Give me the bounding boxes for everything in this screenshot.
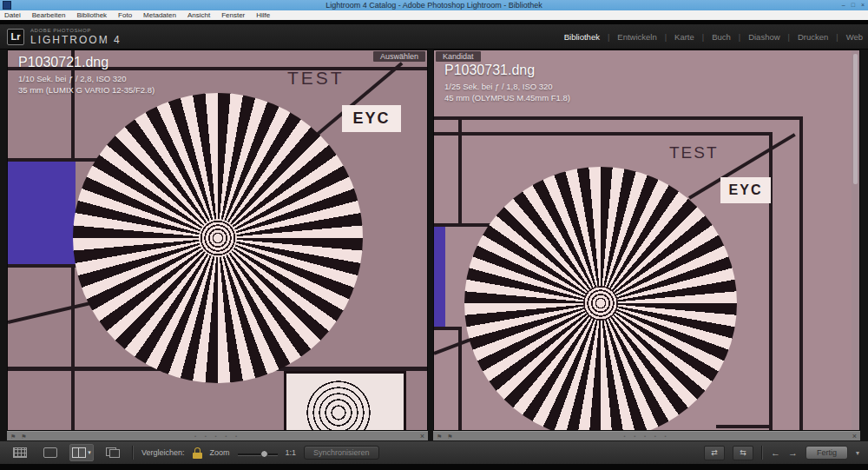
chart-test-label: TEST bbox=[287, 68, 345, 89]
sync-button[interactable]: Synchronisieren bbox=[304, 446, 379, 460]
menu-metadaten[interactable]: Metadaten bbox=[143, 11, 176, 19]
chart-eyc-label: EYC bbox=[342, 105, 401, 132]
siemens-star-center bbox=[199, 219, 237, 257]
promote-icon: ⇆ bbox=[740, 448, 746, 457]
module-diashow[interactable]: Diashow bbox=[748, 32, 779, 42]
chart-rings-box bbox=[284, 371, 406, 431]
module-buch[interactable]: Buch bbox=[712, 32, 731, 42]
survey-view-icon bbox=[106, 447, 120, 458]
deselect-icon[interactable]: × bbox=[852, 433, 857, 440]
logo-lightroom-4: LIGHTROOM 4 bbox=[30, 34, 122, 46]
titlebar: Lightroom 4 Catalog - Adobe Photoshop Li… bbox=[0, 0, 868, 10]
loupe-view-icon bbox=[43, 447, 57, 458]
toolbar: ▾ Vergleichen: Zoom 1:1 Synchronisieren … bbox=[0, 440, 868, 464]
logo-adobe-photoshop: ADOBE PHOTOSHOP bbox=[30, 28, 122, 33]
module-bibliothek[interactable]: Bibliothek bbox=[564, 32, 600, 42]
lock-icon[interactable] bbox=[193, 447, 202, 459]
swap-select-candidate-button[interactable]: ⇄ bbox=[704, 446, 725, 460]
select-tag: Auswählen bbox=[373, 51, 425, 62]
candidate-photo[interactable]: TEST EYC Kandidat P1030731.dng 1/25 Sek.… bbox=[433, 50, 860, 431]
module-separator: | bbox=[608, 33, 609, 42]
chart-eyc-label: EYC bbox=[720, 177, 771, 203]
siemens-star-center bbox=[583, 286, 618, 321]
chart-concentric-rings bbox=[306, 381, 371, 431]
minimize-button[interactable]: – bbox=[842, 0, 845, 10]
chart-grid-line bbox=[434, 132, 773, 136]
zoom-slider[interactable] bbox=[238, 449, 278, 456]
previous-photo-button[interactable]: ← bbox=[771, 447, 780, 458]
chart-grid-line bbox=[8, 264, 79, 268]
chart-grid-line bbox=[799, 116, 803, 431]
menu-bibliothek[interactable]: Bibliothek bbox=[76, 11, 107, 19]
lightroom-window: Lightroom 4 Catalog - Adobe Photoshop Li… bbox=[0, 0, 868, 470]
close-button[interactable]: × bbox=[861, 0, 865, 10]
module-separator: | bbox=[836, 33, 838, 42]
menu-hilfe[interactable]: Hilfe bbox=[256, 11, 270, 19]
chart-blue-patch bbox=[8, 162, 76, 264]
rating-dots[interactable]: • • • • • bbox=[433, 433, 860, 440]
chart-blue-patch bbox=[434, 227, 445, 327]
make-select-button[interactable]: ⇆ bbox=[733, 446, 753, 460]
candidate-tag: Kandidat bbox=[436, 51, 481, 62]
window-title: Lightroom 4 Catalog - Adobe Photoshop Li… bbox=[0, 0, 868, 10]
candidate-lens: 45 mm (OLYMPUS M.45mm F1.8) bbox=[444, 93, 570, 103]
toolbar-options-chevron[interactable]: ▾ bbox=[856, 449, 859, 457]
compare-label: Vergleichen: bbox=[141, 448, 185, 457]
window-bottom-edge bbox=[0, 464, 868, 470]
zoom-value: 1:1 bbox=[286, 448, 297, 457]
vertical-scrollbar[interactable] bbox=[852, 50, 859, 430]
select-exposure: 1/10 Sek. bei ƒ / 2,8, ISO 320 bbox=[18, 74, 127, 83]
candidate-rating-strip: ⚑ ⚑ • • • • • × bbox=[433, 431, 860, 440]
chevron-down-icon: ▾ bbox=[88, 449, 91, 456]
menu-fenster[interactable]: Fenster bbox=[221, 11, 245, 19]
menu-datei[interactable]: Datei bbox=[4, 11, 21, 19]
candidate-panel: TEST EYC Kandidat P1030731.dng 1/25 Sek.… bbox=[433, 50, 860, 440]
survey-view-button[interactable] bbox=[102, 445, 124, 460]
compare-view: TEST EYC Auswählen P1030721.dng 1/10 Sek… bbox=[0, 50, 868, 440]
toolbar-separator bbox=[761, 446, 763, 460]
candidate-filename: P1030731.dng bbox=[444, 63, 535, 78]
module-separator: | bbox=[788, 33, 790, 42]
select-lens: 35 mm (LUMIX G VARIO 12-35/F2.8) bbox=[18, 85, 155, 95]
module-picker: Bibliothek | Entwickeln | Karte | Buch |… bbox=[564, 24, 863, 50]
select-rating-strip: ⚑ ⚑ • • • • • × bbox=[7, 431, 428, 440]
module-separator: | bbox=[739, 33, 740, 42]
scrollbar-thumb[interactable] bbox=[853, 54, 858, 184]
lr-logo-icon: Lr bbox=[7, 29, 24, 45]
menu-ansicht[interactable]: Ansicht bbox=[187, 11, 210, 19]
maximize-button[interactable]: □ bbox=[852, 0, 855, 10]
module-separator: | bbox=[702, 33, 704, 42]
chart-grid-line bbox=[716, 425, 771, 428]
select-filename: P1030721.dng bbox=[18, 55, 108, 70]
menu-bearbeiten[interactable]: Bearbeiten bbox=[32, 11, 66, 19]
compare-view-icon bbox=[72, 447, 86, 458]
menubar: Datei Bearbeiten Bibliothek Foto Metadat… bbox=[0, 10, 868, 20]
select-panel: TEST EYC Auswählen P1030721.dng 1/10 Sek… bbox=[7, 50, 428, 440]
candidate-exposure: 1/25 Sek. bei ƒ / 1,8, ISO 320 bbox=[444, 82, 553, 91]
module-separator: | bbox=[665, 33, 667, 42]
zoom-slider-handle[interactable] bbox=[260, 450, 268, 458]
toolbar-separator bbox=[132, 446, 134, 460]
done-button[interactable]: Fertig bbox=[806, 446, 848, 460]
swap-icon: ⇄ bbox=[711, 448, 718, 457]
compare-view-button[interactable]: ▾ bbox=[69, 444, 94, 461]
module-drucken[interactable]: Drucken bbox=[798, 32, 828, 42]
chart-grid-line bbox=[458, 120, 462, 227]
next-photo-button[interactable]: → bbox=[788, 447, 798, 458]
chart-test-label: TEST bbox=[669, 143, 719, 162]
zoom-label: Zoom bbox=[210, 448, 230, 457]
lightroom-header: Lr ADOBE PHOTOSHOP LIGHTROOM 4 Bibliothe… bbox=[0, 24, 868, 50]
module-karte[interactable]: Karte bbox=[674, 32, 694, 42]
chart-grid-line bbox=[71, 268, 75, 431]
module-entwickeln[interactable]: Entwickeln bbox=[617, 32, 656, 42]
select-photo[interactable]: TEST EYC Auswählen P1030721.dng 1/10 Sek… bbox=[7, 50, 428, 431]
rating-dots[interactable]: • • • • • bbox=[7, 433, 428, 440]
grid-view-button[interactable] bbox=[9, 445, 31, 460]
lightroom-logo: Lr ADOBE PHOTOSHOP LIGHTROOM 4 bbox=[7, 28, 122, 46]
chart-grid-line bbox=[434, 116, 803, 120]
loupe-view-button[interactable] bbox=[39, 445, 62, 460]
deselect-icon[interactable]: × bbox=[420, 433, 424, 440]
menu-foto[interactable]: Foto bbox=[118, 11, 132, 19]
grid-view-icon bbox=[13, 447, 27, 458]
module-web[interactable]: Web bbox=[846, 32, 863, 42]
